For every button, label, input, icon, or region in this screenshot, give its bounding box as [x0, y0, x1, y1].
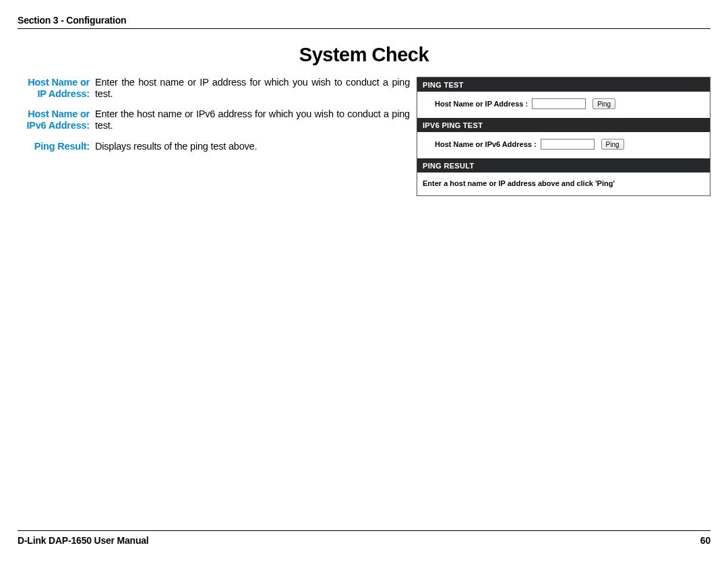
definition-row: Host Name or IP Address: Enter the host … — [18, 77, 410, 108]
page-footer: D-Link DAP-1650 User Manual 60 — [18, 530, 710, 546]
page-title: System Check — [18, 44, 710, 66]
ping-result-message: Enter a host name or IP address above an… — [417, 173, 710, 195]
content-area: Host Name or IP Address: Enter the host … — [18, 77, 710, 196]
ping-ipv4-label: Host Name or IP Address : — [435, 100, 528, 108]
definition-description: Enter the host name or IP address for wh… — [95, 77, 410, 108]
ping-ipv6-button[interactable]: Ping — [601, 139, 624, 150]
ipv6-ping-test-body: Host Name or IPv6 Address : Ping — [417, 132, 710, 158]
definition-row: Host Name or IPv6 Address: Enter the hos… — [18, 108, 410, 140]
ping-result-header: PING RESULT — [417, 158, 710, 173]
definition-row: Ping Result: Displays results of the pin… — [18, 141, 410, 162]
ping-test-section: PING TEST Host Name or IP Address : Ping — [417, 77, 710, 118]
ping-panel: PING TEST Host Name or IP Address : Ping… — [417, 77, 710, 196]
definition-label: Host Name or IP Address: — [18, 77, 95, 108]
definitions-column: Host Name or IP Address: Enter the host … — [18, 77, 410, 196]
footer-page-number: 60 — [700, 535, 710, 546]
ipv6-ping-test-form-row: Host Name or IPv6 Address : Ping — [435, 139, 704, 150]
definition-description: Enter the host name or IPv6 address for … — [95, 108, 410, 140]
page-header: Section 3 - Configuration — [18, 0, 710, 29]
ping-ipv4-input[interactable] — [532, 98, 586, 109]
definition-description: Displays results of the ping test above. — [95, 141, 410, 162]
ping-test-form-row: Host Name or IP Address : Ping — [435, 98, 704, 109]
ipv6-ping-test-section: IPV6 PING TEST Host Name or IPv6 Address… — [417, 118, 710, 158]
definition-label: Ping Result: — [18, 141, 95, 162]
ping-test-header: PING TEST — [417, 77, 710, 92]
definition-label: Host Name or IPv6 Address: — [18, 108, 95, 140]
ping-test-body: Host Name or IP Address : Ping — [417, 92, 710, 118]
ping-ipv6-label: Host Name or IPv6 Address : — [435, 140, 537, 148]
ipv6-ping-test-header: IPV6 PING TEST — [417, 118, 710, 132]
section-header: Section 3 - Configuration — [18, 15, 710, 26]
ping-ipv6-input[interactable] — [541, 139, 595, 150]
definitions-table: Host Name or IP Address: Enter the host … — [18, 77, 410, 161]
ping-ipv4-button[interactable]: Ping — [593, 98, 615, 109]
footer-manual-name: D-Link DAP-1650 User Manual — [18, 535, 149, 546]
ping-result-section: PING RESULT Enter a host name or IP addr… — [417, 158, 710, 195]
